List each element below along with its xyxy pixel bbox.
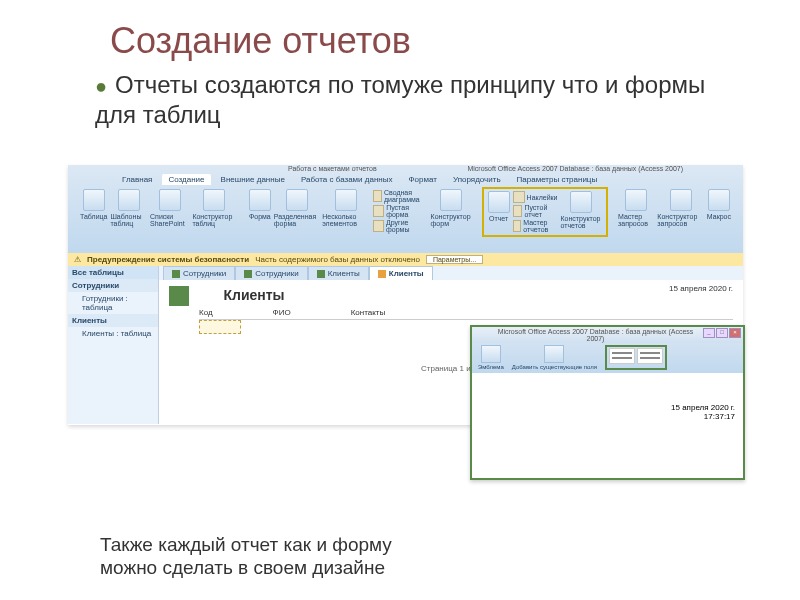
group-forms: Форма Разделенная форма Несколько элемен… <box>245 187 476 237</box>
shield-icon: ⚠ <box>74 255 81 264</box>
more-icon <box>373 220 384 232</box>
slide-title: Создание отчетов <box>110 20 750 62</box>
btn-table[interactable]: Таблица <box>80 189 107 220</box>
qctor-icon <box>670 189 692 211</box>
s2-time: 17:37:17 <box>671 412 735 421</box>
addfields-icon <box>544 345 564 363</box>
formctor-icon <box>440 189 462 211</box>
btn-moreforms[interactable]: Другие формы <box>373 219 427 233</box>
bullet-1: ●Отчеты создаются по томуже принципу что… <box>95 70 750 130</box>
btn-pivot[interactable]: Сводная диаграмма <box>373 189 427 203</box>
maximize-button[interactable]: □ <box>716 328 728 338</box>
group-other: Мастер запросов Конструктор запросов Мак… <box>614 187 735 237</box>
report-header: Клиенты <box>169 286 733 306</box>
doc-tab-1[interactable]: Сотрудники <box>163 266 235 280</box>
btn-table-ctor[interactable]: Конструктор таблиц <box>192 189 234 227</box>
col-contacts: Контакты <box>351 308 386 317</box>
tab-arrange[interactable]: Упорядочить <box>447 174 507 185</box>
report-icon <box>488 191 510 213</box>
macro-icon <box>708 189 730 211</box>
btn-form-ctor[interactable]: Конструктор форм <box>431 189 472 227</box>
close-button[interactable]: × <box>729 328 741 338</box>
templates-icon <box>118 189 140 211</box>
doc-tab-3[interactable]: Клиенты <box>308 266 369 280</box>
group-tables: Таблица Шаблоны таблиц Списки SharePoint… <box>76 187 239 237</box>
labels-icon <box>513 191 525 203</box>
pivot-icon <box>373 190 382 202</box>
window-buttons: _ □ × <box>703 328 741 342</box>
tab-pagesetup[interactable]: Параметры страницы <box>511 174 604 185</box>
tab-external[interactable]: Внешние данные <box>215 174 291 185</box>
btn-querywiz[interactable]: Мастер запросов <box>618 189 654 227</box>
report-date: 15 апреля 2020 г. <box>669 284 733 293</box>
autoformat-swatch-1[interactable] <box>609 348 635 364</box>
s2-groups: Эмблема Добавить существующие поля <box>472 343 743 372</box>
reports-side: Наклейки Пустой отчет Мастер отчетов <box>513 191 558 233</box>
nav-group-1[interactable]: Сотрудники <box>68 279 158 292</box>
report-icon <box>378 270 386 278</box>
btn-sharepoint[interactable]: Списки SharePoint <box>150 189 189 227</box>
tab-format[interactable]: Формат <box>403 174 443 185</box>
bullet-marker-icon: ● <box>95 75 107 97</box>
logo-icon <box>481 345 501 363</box>
s2-datetime: 15 апреля 2020 г. 17:37:17 <box>671 403 735 421</box>
tab-dbtools[interactable]: Работа с базами данных <box>295 174 399 185</box>
ribbon-tabs: Главная Создание Внешние данные Работа с… <box>68 172 743 185</box>
btn-wizard[interactable]: Мастер отчетов <box>513 219 558 233</box>
qwiz-icon <box>625 189 647 211</box>
table-icon <box>172 270 180 278</box>
table-icon <box>317 270 325 278</box>
nav-group-2[interactable]: Клиенты <box>68 314 158 327</box>
title-context: Работа с макетами отчетов <box>68 165 377 172</box>
report-icon <box>244 270 252 278</box>
btn-report-ctor[interactable]: Конструктор отчетов <box>561 191 603 229</box>
nav-pane: Все таблицы Сотрудники Готрудники : табл… <box>68 266 159 424</box>
security-warning-bar: ⚠ Предупреждение системы безопасности Ча… <box>68 253 743 266</box>
s2-body: 15 апреля 2020 г. 17:37:17 <box>472 373 743 473</box>
s2-date: 15 апреля 2020 г. <box>671 403 735 412</box>
btn-labels[interactable]: Наклейки <box>513 191 558 203</box>
security-msg: Часть содержимого базы данных отключено <box>255 255 420 264</box>
forms-side: Сводная диаграмма Пустая форма Другие фо… <box>373 189 427 233</box>
s2-logo[interactable]: Эмблема <box>478 345 504 370</box>
btn-queryctor[interactable]: Конструктор запросов <box>657 189 704 227</box>
report-columns: Код ФИО Контакты <box>199 306 733 320</box>
nav-header[interactable]: Все таблицы <box>68 266 158 279</box>
nav-item-2[interactable]: Клиенты : таблица <box>68 327 158 340</box>
autoformat-gallery[interactable] <box>605 345 667 370</box>
btn-report[interactable]: Отчет <box>488 191 510 222</box>
btn-table-templates[interactable]: Шаблоны таблиц <box>110 189 147 227</box>
sharepoint-icon <box>159 189 181 211</box>
group-reports: Отчет Наклейки Пустой отчет Мастер отчет… <box>482 187 608 237</box>
repctor-icon <box>570 191 592 213</box>
tab-home[interactable]: Главная <box>116 174 158 185</box>
tab-create[interactable]: Создание <box>162 174 210 185</box>
btn-multi[interactable]: Несколько элементов <box>322 189 370 227</box>
btn-macro[interactable]: Макрос <box>707 189 731 220</box>
ribbon-groups: Таблица Шаблоны таблиц Списки SharePoint… <box>68 185 743 237</box>
s2-titlebar: Microsoft Office Access 2007 Database : … <box>472 327 743 343</box>
col-fio: ФИО <box>273 308 291 317</box>
doc-tab-2[interactable]: Сотрудники <box>235 266 307 280</box>
form-icon <box>249 189 271 211</box>
report-title: Клиенты <box>223 287 284 303</box>
title-app: Microsoft Office Access 2007 Database : … <box>467 165 743 172</box>
access-screenshot-autoformat: Microsoft Office Access 2007 Database : … <box>470 325 745 480</box>
btn-blankreport[interactable]: Пустой отчет <box>513 204 558 218</box>
ctor-icon <box>203 189 225 211</box>
btn-blankform[interactable]: Пустая форма <box>373 204 427 218</box>
autoformat-swatch-2[interactable] <box>637 348 663 364</box>
document-tabs: Сотрудники Сотрудники Клиенты Клиенты <box>159 266 743 280</box>
minimize-button[interactable]: _ <box>703 328 715 338</box>
doc-tab-4[interactable]: Клиенты <box>369 266 433 280</box>
security-options-button[interactable]: Параметры... <box>426 255 483 264</box>
s2-addfields[interactable]: Добавить существующие поля <box>512 345 597 370</box>
security-prefix: Предупреждение системы безопасности <box>87 255 249 264</box>
btn-splitform[interactable]: Разделенная форма <box>274 189 319 227</box>
blankrep-icon <box>513 205 523 217</box>
cell-code[interactable] <box>199 320 241 334</box>
ribbon: Работа с макетами отчетов Microsoft Offi… <box>68 165 743 253</box>
bullet-text: Отчеты создаются по томуже принципу что … <box>95 71 705 128</box>
btn-form[interactable]: Форма <box>249 189 271 220</box>
nav-item-1[interactable]: Готрудники : таблица <box>68 292 158 314</box>
